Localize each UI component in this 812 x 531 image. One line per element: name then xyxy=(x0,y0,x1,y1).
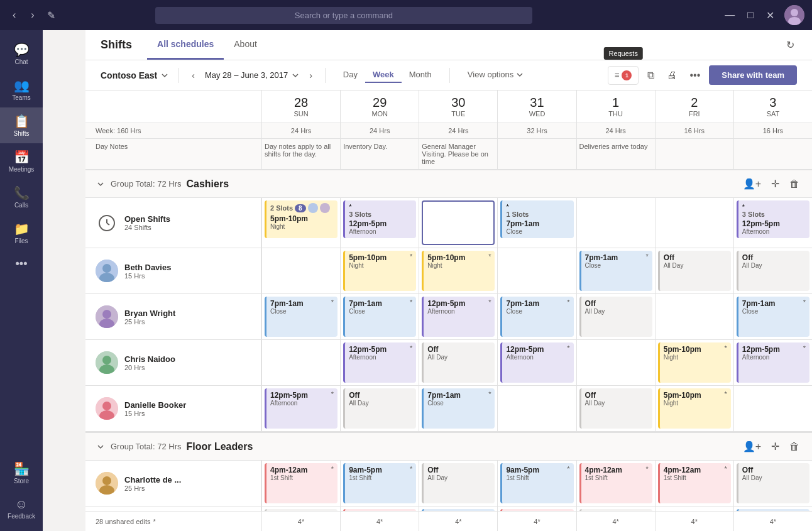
bryan-cell-5[interactable] xyxy=(655,294,733,339)
tab-month[interactable]: Month xyxy=(402,67,439,83)
charlotte-cell-1[interactable]: * 9am-5pm 1st Shift xyxy=(340,461,419,506)
requests-button[interactable]: ≡ 1 xyxy=(608,66,639,85)
open-shift-cell-4[interactable] xyxy=(576,198,655,248)
minimize-button[interactable]: — xyxy=(722,7,737,23)
sidebar-item-store[interactable]: 🏪 Store xyxy=(0,455,43,491)
collapse-icon[interactable] xyxy=(96,179,106,189)
forward-button[interactable]: › xyxy=(26,7,39,23)
add-member-button[interactable]: 👤+ xyxy=(740,175,764,192)
bryan-cell-1[interactable]: * 7pm-1am Close xyxy=(340,294,419,339)
chris-cell-3[interactable]: * 12pm-5pm Afternoon xyxy=(497,340,576,385)
charlotte-cell-3[interactable]: * 9am-5pm 1st Shift xyxy=(497,461,576,506)
tab-week[interactable]: Week xyxy=(365,67,402,83)
compose-button[interactable]: ✎ xyxy=(42,7,60,24)
sidebar-item-meetings[interactable]: 📅 Meetings xyxy=(0,143,43,179)
print-button[interactable]: 🖨 xyxy=(663,66,681,85)
chris-shift-3: * 12pm-5pm Afternoon xyxy=(500,342,573,383)
beth-cell-5[interactable]: Off All Day xyxy=(655,248,733,293)
date-range[interactable]: May 28 – June 3, 2017 xyxy=(205,70,299,80)
beth-cell-6[interactable]: Off All Day xyxy=(733,248,812,293)
sidebar-item-shifts[interactable]: 📋 Shifts xyxy=(0,107,43,143)
bryan-label-0: Close xyxy=(270,308,334,315)
add-shift-fl-button[interactable]: ✛ xyxy=(769,438,782,455)
open-shift-cell-0[interactable]: 2 Slots 8 5pm-10pm Night xyxy=(261,198,340,248)
copy-button[interactable]: ⧉ xyxy=(644,66,658,85)
aadi-cell-2[interactable]: * 9am-5pm xyxy=(419,506,497,511)
prev-week-button[interactable]: ‹ xyxy=(189,68,197,83)
aadi-cell-5[interactable] xyxy=(655,506,733,511)
chris-cell-1[interactable]: * 12pm-5pm Afternoon xyxy=(340,340,419,385)
share-button[interactable]: Share with team xyxy=(709,65,797,85)
aadi-cell-3[interactable]: * 4pm-12am xyxy=(497,506,576,511)
open-shift-cell-5[interactable] xyxy=(655,198,733,248)
back-button[interactable]: ‹ xyxy=(8,7,21,23)
danielle-cell-5[interactable]: * 5pm-10pm Night xyxy=(655,386,733,431)
sidebar-item-chat[interactable]: 💬 Chat xyxy=(0,36,43,72)
delete-fl-button[interactable]: 🗑 xyxy=(787,438,802,455)
schedule-selector[interactable]: Contoso East xyxy=(101,70,168,80)
aadi-cell-0[interactable]: Off xyxy=(261,506,340,511)
open-shift-cell-3[interactable]: * 1 Slots 7pm-1am Close xyxy=(497,198,576,248)
danielle-cell-1[interactable]: Off All Day xyxy=(340,386,419,431)
chris-cell-4[interactable] xyxy=(576,340,655,385)
add-member-fl-button[interactable]: 👤+ xyxy=(740,438,764,455)
tab-about[interactable]: About xyxy=(224,30,267,60)
more-options-button[interactable]: ••• xyxy=(686,66,704,85)
bryan-cell-3[interactable]: * 7pm-1am Close xyxy=(497,294,576,339)
chris-cell-5[interactable]: * 5pm-10pm Night xyxy=(655,340,733,385)
charlotte-cell-0[interactable]: * 4pm-12am 1st Shift xyxy=(261,461,340,506)
open-shift-cell-1[interactable]: * 3 Slots 12pm-5pm Afternoon xyxy=(340,198,419,248)
sidebar-item-feedback[interactable]: ☺ Feedback xyxy=(0,491,43,526)
day-name-4: THU xyxy=(579,110,652,118)
avatar-danielle xyxy=(96,397,118,420)
charlotte-cell-6[interactable]: Off All Day xyxy=(733,461,812,506)
tab-day[interactable]: Day xyxy=(336,67,365,83)
beth-cell-0[interactable] xyxy=(261,248,340,293)
next-week-button[interactable]: › xyxy=(307,68,315,83)
chris-cell-0[interactable] xyxy=(261,340,340,385)
open-shifts-info: Open Shifts 24 Shifts xyxy=(85,198,261,248)
bryan-cell-2[interactable]: * 12pm-5pm Afternoon xyxy=(419,294,497,339)
beth-cell-2[interactable]: * 5pm-10pm Night xyxy=(419,248,497,293)
close-button[interactable]: ✕ xyxy=(764,7,777,24)
collapse-icon-fl[interactable] xyxy=(96,442,106,452)
danielle-cell-3[interactable] xyxy=(497,386,576,431)
sidebar: 🔔 Activity 2 💬 Chat 👥 Teams 📋 Shifts 📅 M… xyxy=(0,0,43,531)
svg-line-5 xyxy=(107,223,109,225)
chris-cell-2[interactable]: Off All Day xyxy=(419,340,497,385)
beth-cell-3[interactable] xyxy=(497,248,576,293)
open-shift-cell-6[interactable]: * 3 Slots 12pm-5pm Afternoon xyxy=(733,198,812,248)
bryan-cell-4[interactable]: Off All Day xyxy=(576,294,655,339)
danielle-cell-4[interactable]: Off All Day xyxy=(576,386,655,431)
search-input[interactable] xyxy=(155,7,532,24)
danielle-cell-0[interactable]: * 12pm-5pm Afternoon xyxy=(261,386,340,431)
charlotte-cell-2[interactable]: Off All Day xyxy=(419,461,497,506)
user-avatar[interactable] xyxy=(784,5,804,25)
day-num-3: 31 xyxy=(500,96,573,110)
bryan-cell-0[interactable]: * 7pm-1am Close xyxy=(261,294,340,339)
bryan-cell-6[interactable]: * 7pm-1am Close xyxy=(733,294,812,339)
aadi-cell-1[interactable]: * 4pm-12am xyxy=(340,506,419,511)
chris-cell-6[interactable]: * 12pm-5pm Afternoon xyxy=(733,340,812,385)
beth-cell-4[interactable]: * 7pm-1am Close xyxy=(576,248,655,293)
delete-group-button[interactable]: 🗑 xyxy=(787,175,802,192)
sidebar-item-files[interactable]: 📁 Files xyxy=(0,215,43,251)
danielle-cell-6[interactable] xyxy=(733,386,812,431)
add-shift-button[interactable]: ✛ xyxy=(769,175,782,192)
aadi-cell-6[interactable]: * 9am-5pm xyxy=(733,506,812,511)
open-shift-cell-2[interactable] xyxy=(419,198,497,248)
tab-all-schedules[interactable]: All schedules xyxy=(147,30,224,60)
view-options-button[interactable]: View options xyxy=(460,67,531,83)
refresh-button[interactable]: ↻ xyxy=(784,36,797,53)
maximize-button[interactable]: □ xyxy=(745,7,756,23)
charlotte-cell-5[interactable]: * 4pm-12am 1st Shift xyxy=(655,461,733,506)
danielle-label-0: Afternoon xyxy=(270,400,334,407)
sidebar-item-teams[interactable]: 👥 Teams xyxy=(0,72,43,107)
beth-cell-1[interactable]: * 5pm-10pm Night xyxy=(340,248,419,293)
aadi-cell-4[interactable]: Off xyxy=(576,506,655,511)
group-cashiers-header: Group Total: 72 Hrs Cashiers 👤+ ✛ 🗑 xyxy=(85,170,812,198)
charlotte-cell-4[interactable]: * 4pm-12am 1st Shift xyxy=(576,461,655,506)
sidebar-item-more[interactable]: ••• xyxy=(0,251,43,276)
danielle-cell-2[interactable]: * 7pm-1am Close xyxy=(419,386,497,431)
sidebar-item-calls[interactable]: 📞 Calls xyxy=(0,179,43,215)
